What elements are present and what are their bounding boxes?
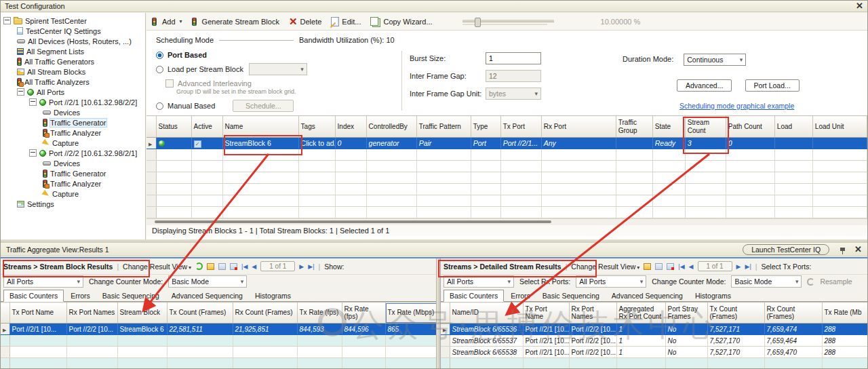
tree-item-all-ports[interactable]: All Ports <box>1 87 145 97</box>
copy-wizard-button[interactable]: Copy Wizard... <box>370 17 432 26</box>
col-name-id[interactable]: Name/ID <box>450 303 523 324</box>
tree-item-all-traffic-generators[interactable]: All Traffic Generators <box>1 56 145 66</box>
save-results-icon[interactable] <box>655 263 663 270</box>
change-result-view-button[interactable]: Change Result View <box>123 263 191 271</box>
load-per-stream-block-option[interactable]: Load per Stream Block <box>156 63 307 75</box>
pin-icon[interactable] <box>840 248 845 251</box>
tx-count-cell[interactable]: 7,527,170 <box>707 335 764 347</box>
launch-testcenter-iq-button[interactable]: Launch TestCenter IQ <box>743 244 829 255</box>
state-cell[interactable]: Ready <box>652 138 685 149</box>
tx-port-name-cell[interactable]: Port //2/1 [10... <box>523 347 569 358</box>
col-load-unit[interactable]: Load Unit <box>812 116 867 138</box>
tree-item-spirent-testcenter[interactable]: Spirent TestCenter <box>1 16 145 26</box>
rx-count-cell[interactable]: 7,659,470 <box>764 347 822 358</box>
load-slider[interactable] <box>462 18 554 26</box>
col-traffic-pattern[interactable]: Traffic Pattern <box>416 116 471 138</box>
burst-size-input[interactable] <box>486 52 541 64</box>
add-button[interactable]: Add <box>152 18 182 26</box>
tags-cell[interactable]: Click to ad... <box>298 138 335 149</box>
col-rx-count[interactable]: Rx Count (Frames) <box>233 303 297 324</box>
port-load-button[interactable]: Port Load... <box>745 79 800 92</box>
tree-item-devices[interactable]: Devices <box>1 158 145 168</box>
name-id-cell[interactable]: StreamBlock 6/65536 <box>450 324 523 335</box>
tree-item-all-segment-lists[interactable]: All Segment Lists <box>1 46 145 56</box>
empty-row[interactable] <box>146 172 867 184</box>
tree-item-all-traffic-analyzers[interactable]: All Traffic Analyzers <box>1 77 145 87</box>
col-tx-rate-fps[interactable]: Tx Rate (fps) <box>297 303 342 324</box>
col-rx-port-names[interactable]: Rx Port Names <box>66 303 117 324</box>
col-rx-count[interactable]: Rx Count (Frames) <box>764 303 822 324</box>
tx-port-name-cell[interactable]: Port //2/1 [10... <box>9 324 66 335</box>
col-tx-count[interactable]: Tx Count (Frames) <box>167 303 233 324</box>
load-unit-cell[interactable] <box>812 138 867 149</box>
col-tags[interactable]: Tags <box>298 116 335 138</box>
controlledby-cell[interactable]: generator <box>366 138 416 149</box>
tx-rate-mbps-cell[interactable]: 288 <box>822 324 867 335</box>
stream-row-65538[interactable]: StreamBlock 6/65538 Port //2/1 [10... Po… <box>441 347 867 358</box>
prev-page-icon[interactable] <box>689 263 694 270</box>
advanced-button[interactable]: Advanced... <box>677 79 732 92</box>
radio-icon[interactable] <box>156 66 163 73</box>
agg-rx-port-count-cell[interactable]: 1 <box>616 335 665 347</box>
horizontal-scrollbar[interactable] <box>146 218 867 225</box>
collapse-icon[interactable] <box>17 88 24 96</box>
port-stray-frames-cell[interactable]: No <box>665 324 707 335</box>
row-selector[interactable] <box>441 347 450 358</box>
results-close-icon[interactable]: ✕ <box>854 246 862 253</box>
stream-row-65536[interactable]: StreamBlock 6/65536 Port //2/1 [10... Po… <box>441 324 867 335</box>
col-controlledby[interactable]: ControlledBy <box>366 116 416 138</box>
col-name[interactable]: Name <box>222 116 298 138</box>
rx-ports-filter-select[interactable]: All Ports <box>576 275 646 288</box>
index-cell[interactable]: 0 <box>335 138 366 149</box>
tree-item-capture[interactable]: Capture <box>1 138 145 148</box>
name-id-cell[interactable]: StreamBlock 6/65537 <box>450 335 523 347</box>
stream-count-cell[interactable]: 3 <box>685 138 726 149</box>
col-index[interactable]: Index <box>335 116 366 138</box>
col-active[interactable]: Active <box>191 116 222 138</box>
slider-thumb[interactable] <box>475 18 481 27</box>
row-selector[interactable] <box>441 335 450 347</box>
tree-item-port-2-1[interactable]: Port //2/1 [10.61.32.98/2/2] <box>1 97 145 107</box>
rx-port-names-cell[interactable]: Port //2/2 [10... <box>569 324 616 335</box>
scrollbar-thumb[interactable] <box>155 220 551 223</box>
agg-rx-port-count-cell[interactable]: 1 <box>616 347 665 358</box>
stream-block-cell[interactable]: StreamBlock 6 <box>117 324 167 335</box>
rx-port-names-cell[interactable]: Port //2/2 [10... <box>66 324 117 335</box>
counter-mode-select[interactable]: Basic Mode <box>168 275 247 288</box>
collapse-icon[interactable] <box>29 98 37 106</box>
tree-item-capture[interactable]: Capture <box>1 189 145 199</box>
first-page-icon[interactable] <box>678 263 684 270</box>
manual-based-option[interactable]: Manual Based Schedule... <box>156 100 307 112</box>
tab-errors[interactable]: Errors <box>65 290 96 301</box>
tx-count-cell[interactable]: 7,527,171 <box>707 324 764 335</box>
col-aggregated-rx-port-count[interactable]: Aggregated Rx Port Count <box>616 303 665 324</box>
col-tx-rate-mbps[interactable]: Tx Rate (Mbps) <box>385 303 437 324</box>
rx-port-cell[interactable]: Any <box>541 138 616 149</box>
empty-row[interactable] <box>1 335 437 347</box>
col-traffic-group[interactable]: Traffic Group <box>616 116 652 138</box>
name-id-cell[interactable]: StreamBlock 6/65538 <box>450 347 523 358</box>
tab-advanced-sequencing[interactable]: Advanced Sequencing <box>166 290 248 301</box>
col-tx-port[interactable]: Tx Port <box>500 116 541 138</box>
tx-rate-mbps-cell[interactable]: 288 <box>822 347 867 358</box>
tab-errors[interactable]: Errors <box>505 290 536 301</box>
col-tx-port-name[interactable]: Tx Port Name <box>523 303 569 324</box>
empty-row[interactable] <box>146 207 867 218</box>
empty-row[interactable] <box>146 184 867 195</box>
col-path-count[interactable]: Path Count <box>726 116 774 138</box>
path-count-cell[interactable]: 0 <box>726 138 774 149</box>
row-selector[interactable] <box>441 324 450 335</box>
first-page-icon[interactable] <box>241 263 248 270</box>
tree-item-traffic-generator[interactable]: Traffic Generator <box>1 117 145 128</box>
prev-page-icon[interactable] <box>252 263 256 270</box>
empty-row[interactable] <box>441 358 867 369</box>
status-cell[interactable] <box>156 138 191 149</box>
col-tx-rate-mbps[interactable]: Tx Rate (Mb <box>822 303 867 324</box>
last-page-icon[interactable] <box>308 263 314 270</box>
col-tx-count[interactable]: Tx Count (Frames) <box>707 303 764 324</box>
edit-button[interactable]: Edit... <box>331 17 361 26</box>
rx-count-cell[interactable]: 7,659,464 <box>764 335 822 347</box>
col-rx-rate-fps[interactable]: Rx Rate (fps) <box>342 303 385 324</box>
empty-row[interactable] <box>1 358 437 369</box>
last-page-icon[interactable] <box>745 263 751 270</box>
